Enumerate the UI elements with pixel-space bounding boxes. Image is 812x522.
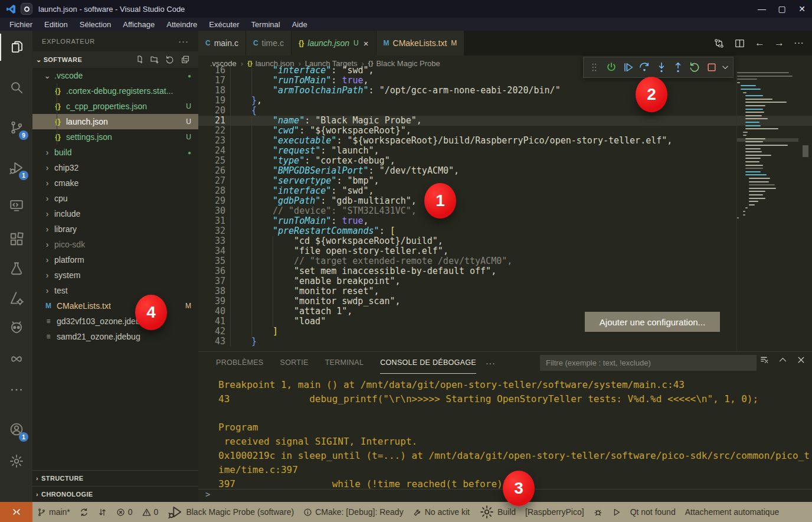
new-file-icon[interactable] [135, 55, 144, 64]
tree-item-cmake[interactable]: ›cmake [32, 175, 198, 191]
tree-item-cpu[interactable]: ›cpu [32, 191, 198, 206]
testing-icon[interactable] [0, 255, 32, 282]
panel-tab-sortie[interactable]: SORTIE [280, 353, 309, 374]
code-line-39[interactable]: 39"monitor swdp_scan", [198, 296, 812, 306]
remote-explorer-icon[interactable] [0, 192, 32, 219]
cmake-tools-icon[interactable] [0, 285, 32, 312]
status-cmake-status[interactable]: CMake: [Debug]: Ready [303, 507, 403, 517]
tab-launch-json[interactable]: {}launch.jsonU× [292, 31, 376, 56]
more-icon[interactable]: ··· [794, 37, 804, 49]
tree-item-c-cpp-properties-json[interactable]: {}c_cpp_properties.jsonU [32, 99, 198, 114]
tree-item-test[interactable]: ›test [32, 283, 198, 298]
code-line-43[interactable]: 43} [198, 337, 812, 346]
code-line-32[interactable]: 32"preRestartCommands": [ [198, 226, 812, 236]
source-control-icon[interactable]: 9 [0, 114, 32, 141]
explorer-icon[interactable] [0, 34, 32, 61]
menu-selection[interactable]: Sélection [74, 19, 117, 30]
menu-fichier[interactable]: Fichier [4, 19, 38, 30]
status-launch-play[interactable] [612, 508, 621, 517]
tree-item-include[interactable]: ›include [32, 206, 198, 221]
tree-item-build[interactable]: ›build● [32, 145, 198, 160]
status-debug-launch[interactable]: Black Magic Probe (software) [168, 504, 294, 520]
platformio-icon[interactable] [0, 314, 32, 341]
debug-filter-input[interactable] [540, 355, 757, 371]
tree-item--vscode[interactable]: ⌄.vscode● [32, 68, 198, 83]
code-line-38[interactable]: 38"monitor reset", [198, 286, 812, 296]
maximize-button[interactable]: ▢ [772, 0, 792, 18]
extensions-icon[interactable] [0, 226, 32, 253]
status-cmake-target[interactable]: [RaspberryPico] [525, 507, 584, 517]
code-line-25[interactable]: 25"type": "cortex-debug", [198, 156, 812, 166]
step-out-icon[interactable] [671, 59, 685, 76]
status-qt-status[interactable]: Qt not found [630, 507, 676, 517]
code-line-36[interactable]: 36"set mem inaccessible-by-default off", [198, 266, 812, 276]
chevron-down-icon[interactable] [721, 59, 729, 76]
code-line-28[interactable]: 28"interface": "swd", [198, 186, 812, 196]
tree-item-launch-json[interactable]: {}launch.jsonU [32, 114, 198, 129]
code-editor[interactable]: 16"interface": "swd",17"runToMain": true… [198, 66, 812, 346]
stop-icon[interactable] [705, 59, 719, 76]
vertical-scrollbar[interactable] [801, 71, 810, 351]
code-line-30[interactable]: 30// "device": "STM32L431VC", [198, 206, 812, 216]
search-icon[interactable] [0, 74, 32, 101]
tree-item-platform[interactable]: ›platform [32, 252, 198, 267]
tab-cmakelists-txt[interactable]: MCMakeLists.txtM [376, 31, 465, 56]
tree-item-samd21-ozone-jdebug[interactable]: ≡samd21_ozone.jdebug [32, 329, 198, 344]
tab-time-c[interactable]: Ctime.c [246, 31, 292, 56]
open-changes-icon[interactable] [713, 38, 725, 49]
code-line-35[interactable]: 35// "target extended-remote /dev/ttyACM… [198, 256, 812, 266]
code-line-24[interactable]: 24"request": "launch", [198, 146, 812, 156]
menu-executer[interactable]: Exécuter [203, 19, 245, 30]
power-icon[interactable] [604, 59, 618, 76]
code-line-19[interactable]: 19}, [198, 96, 812, 106]
forward-icon[interactable]: → [774, 37, 784, 49]
code-line-31[interactable]: 31"runToMain": true, [198, 216, 812, 226]
code-line-21[interactable]: 21"name": "Black Magic Probe", [198, 116, 812, 126]
status-auto-attach[interactable]: Attachement automatique [685, 507, 780, 517]
menu-edition[interactable]: Edition [38, 19, 74, 30]
step-into-icon[interactable] [654, 59, 669, 76]
more-views-icon[interactable] [0, 376, 32, 403]
remote-indicator[interactable] [0, 502, 32, 522]
new-folder-icon[interactable] [150, 55, 159, 64]
code-line-37[interactable]: 37"enable breakpoint", [198, 276, 812, 286]
panel-tab-proble-mes[interactable]: PROBLÈMES [216, 353, 264, 374]
minimap[interactable] [736, 71, 798, 351]
tree-item-gd32vf103-ozone-jdebug[interactable]: ≡gd32vf103_ozone.jdebug [32, 314, 198, 329]
back-icon[interactable]: ← [755, 37, 765, 49]
clear-console-icon[interactable] [759, 355, 770, 365]
status-git-compare[interactable] [98, 508, 107, 517]
minimize-button[interactable]: — [752, 0, 772, 18]
code-line-33[interactable]: 33"cd ${workspaceRoot}/build", [198, 236, 812, 246]
code-line-22[interactable]: 22"cwd": "${workspaceRoot}", [198, 126, 812, 136]
continue-icon[interactable] [621, 59, 635, 76]
tree-item-chip32[interactable]: ›chip32 [32, 160, 198, 175]
sidebar-more-icon[interactable]: ··· [178, 36, 189, 46]
tree-item-settings-json[interactable]: {}settings.jsonU [32, 129, 198, 145]
add-configuration-button[interactable]: Ajouter une configuration... [585, 312, 720, 332]
code-line-42[interactable]: 42] [198, 327, 812, 337]
panel-tab-terminal[interactable]: TERMINAL [325, 353, 364, 374]
code-line-40[interactable]: 40"attach 1", [198, 306, 812, 317]
collapse-all-icon[interactable] [181, 55, 190, 64]
menu-aide[interactable]: Aide [286, 19, 313, 30]
close-tab-icon[interactable]: × [364, 38, 369, 48]
code-line-29[interactable]: 29"gdbPath": "gdb-multiarch", [198, 196, 812, 206]
restart-icon[interactable] [687, 59, 702, 76]
panel-more-icon[interactable]: ··· [486, 358, 496, 368]
section-structure[interactable]: ›STRUCTURE [32, 470, 198, 486]
code-line-20[interactable]: 20{ [198, 106, 812, 116]
code-line-18[interactable]: 18"armToolchainPath": "/opt/gcc-arm-none… [198, 86, 812, 96]
accounts-icon[interactable]: 1 [0, 416, 32, 443]
scrollbar-handle[interactable] [803, 145, 808, 157]
code-line-27[interactable]: 27"servertype": "bmp", [198, 176, 812, 186]
manage-icon[interactable] [0, 448, 32, 475]
tree-item-library[interactable]: ›library [32, 221, 198, 237]
tree-item-pico-sdk[interactable]: ›pico-sdk [32, 237, 198, 252]
code-line-34[interactable]: 34"file open-story-teller.elf", [198, 246, 812, 256]
status-cmake-build[interactable]: Build [479, 504, 516, 520]
tree-item-cmakelists-txt[interactable]: MCMakeLists.txtM [32, 298, 198, 314]
status-sync[interactable] [80, 508, 89, 517]
status-debug-bug[interactable] [594, 508, 603, 517]
menu-terminal[interactable]: Terminal [245, 19, 286, 30]
